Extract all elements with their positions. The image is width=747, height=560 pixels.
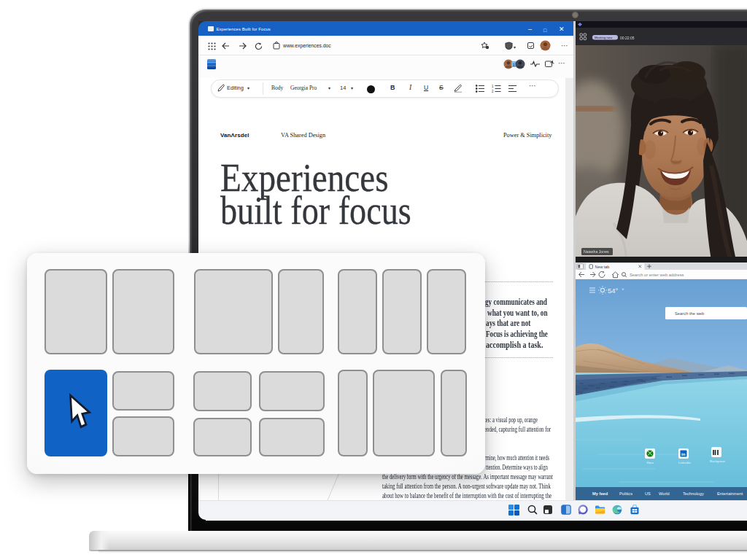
- svg-text:Meeting now: Meeting now: [595, 36, 613, 39]
- svg-text:in: in: [681, 452, 686, 456]
- svg-text:Xbox: Xbox: [646, 461, 654, 464]
- svg-text:World: World: [659, 491, 670, 496]
- svg-text:Backgroun: Backgroun: [710, 459, 726, 463]
- svg-text:1: 1: [492, 85, 494, 88]
- svg-text:My feed: My feed: [592, 491, 608, 496]
- svg-text:New tab: New tab: [595, 265, 610, 269]
- svg-text:Entertainment: Entertainment: [717, 491, 743, 496]
- svg-text:LinkedIn: LinkedIn: [678, 461, 691, 464]
- svg-text:Politics: Politics: [619, 491, 632, 496]
- svg-text:2: 2: [492, 90, 494, 93]
- svg-text:Technology: Technology: [683, 491, 704, 496]
- svg-text:00:22:05: 00:22:05: [620, 36, 635, 40]
- svg-text:˅: ˅: [622, 287, 624, 292]
- svg-text:Natasha Jones: Natasha Jones: [584, 249, 609, 254]
- svg-text:Search or enter web address: Search or enter web address: [630, 273, 684, 277]
- svg-text:Search the web: Search the web: [675, 311, 704, 316]
- svg-text:US: US: [645, 491, 651, 496]
- svg-text:54°: 54°: [608, 287, 619, 295]
